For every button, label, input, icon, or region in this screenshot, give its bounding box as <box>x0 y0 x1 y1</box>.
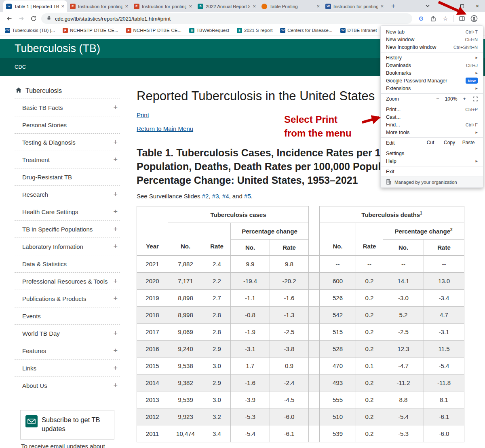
sidebar-item[interactable]: Drug-Resistant TB <box>15 168 120 186</box>
expand-plus-icon[interactable]: + <box>113 138 118 147</box>
back-icon[interactable] <box>3 13 15 24</box>
google-account-icon[interactable]: G <box>416 14 426 23</box>
menu-item-more-tools[interactable]: More tools▸ <box>381 128 483 136</box>
sidebar-item[interactable]: About Us + <box>15 377 120 394</box>
tab-annual-report[interactable]: S 2022 Annual Report Shar... × <box>195 0 259 12</box>
menu-item-settings[interactable]: Settings <box>381 149 483 157</box>
close-button[interactable]: × <box>470 0 485 12</box>
breadcrumb[interactable]: CDC <box>15 64 26 70</box>
bookmark-star-icon[interactable]: ☆ <box>441 14 450 23</box>
tab-table1[interactable]: CDC Table 1 | Reported TB in ... × <box>3 0 67 12</box>
bookmark-dtbe-intranet[interactable]: CDC DTBE Intranet <box>340 28 377 33</box>
tab-search-chevron-icon[interactable] <box>422 0 433 12</box>
menu-item-google-password-manager[interactable]: Google Password ManagerNew <box>381 77 483 84</box>
expand-plus-icon[interactable]: + <box>113 364 118 372</box>
bookmark-nchhstp-1[interactable]: P NCHHSTP-DTBE-CE... <box>63 28 118 33</box>
new-tab-button[interactable]: + <box>388 1 399 11</box>
slide-link-5[interactable]: #5 <box>244 193 251 200</box>
tab-instruction-3[interactable]: W Instruction-for-printing-... × <box>323 0 386 12</box>
expand-plus-icon[interactable]: + <box>113 103 118 112</box>
tab-table-printing[interactable]: Table Printing × <box>259 0 323 12</box>
column-header-deaths-pct-rate: Rate <box>424 240 464 256</box>
bookmark-2021-s-report[interactable]: S 2021 S-report <box>237 28 272 33</box>
expand-plus-icon[interactable]: + <box>113 277 118 286</box>
expand-plus-icon[interactable]: + <box>113 156 118 164</box>
maximize-button[interactable] <box>454 0 470 12</box>
profile-avatar-icon[interactable] <box>469 14 479 23</box>
share-icon[interactable] <box>428 14 438 23</box>
cell-gap <box>309 256 320 273</box>
sidebar-item[interactable]: Laboratory Information + <box>15 238 120 255</box>
tab-instruction-2[interactable]: P Instruction-for-printing-... × <box>131 0 195 12</box>
sidebar-item[interactable]: Links + <box>15 360 120 377</box>
slide-link-2[interactable]: #2 <box>202 193 209 200</box>
menu-item-print[interactable]: Print...Ctrl+P <box>381 105 483 113</box>
menu-item-extensions[interactable]: Extensions▸ <box>381 84 483 92</box>
menu-item-cast[interactable]: Cast... <box>381 113 483 121</box>
address-bar[interactable]: cdc.gov/tb/statistics/reports/2021/table… <box>41 13 412 24</box>
return-to-main-menu-link[interactable]: Return to Main Menu <box>137 125 193 132</box>
slide-link-3[interactable]: #3 <box>212 193 219 200</box>
tab-close-icon[interactable]: × <box>125 4 128 9</box>
subscribe-box[interactable]: Subscribe to get TB updates <box>20 410 114 440</box>
forward-icon[interactable] <box>15 13 27 24</box>
menu-item-help[interactable]: Help▸ <box>381 157 483 165</box>
table-gap-column <box>309 206 320 256</box>
bookmark-tbwebrequest[interactable]: S TBWebRequest <box>189 28 229 33</box>
zoom-in-button[interactable]: + <box>460 96 469 102</box>
tab-instruction-1[interactable]: P Instruction-for-printing-... × <box>67 0 131 12</box>
bookmark-tuberculosis[interactable]: CDC Tuberculosis (TB) |... <box>5 28 55 33</box>
print-link[interactable]: Print <box>137 111 149 118</box>
sidebar-item[interactable]: Testing & Diagnosis + <box>15 134 120 151</box>
sidebar-item[interactable]: Features + <box>15 342 120 360</box>
paste-button[interactable]: Paste <box>459 139 478 147</box>
tab-close-icon[interactable]: × <box>61 4 64 9</box>
menu-item-managed-by-organization[interactable]: Managed by your organization <box>381 177 483 187</box>
reload-icon[interactable] <box>27 13 40 24</box>
side-panel-icon[interactable] <box>457 14 467 23</box>
expand-plus-icon[interactable]: + <box>113 294 118 303</box>
sidebar-item[interactable]: Basic TB Facts + <box>15 99 120 116</box>
sidebar-item[interactable]: Data & Statistics <box>15 255 120 273</box>
expand-plus-icon[interactable]: + <box>113 347 118 355</box>
fullscreen-button[interactable] <box>473 97 478 101</box>
expand-plus-icon[interactable]: + <box>113 381 118 390</box>
tab-close-icon[interactable]: × <box>253 4 256 9</box>
sidebar-item[interactable]: Publications & Products + <box>15 290 120 307</box>
sidebar-item[interactable]: Treatment + <box>15 151 120 168</box>
menu-item-exit[interactable]: Exit <box>381 168 483 175</box>
sidebar-item[interactable]: Personal Stories <box>15 116 120 134</box>
tab-close-icon[interactable]: × <box>316 4 320 9</box>
cut-button[interactable]: Cut <box>421 139 440 147</box>
zoom-out-button[interactable]: − <box>433 96 442 102</box>
cell-deaths-rate: 0.1 <box>356 358 383 374</box>
copy-button[interactable]: Copy <box>440 139 459 147</box>
sidebar-item[interactable]: Research + <box>15 186 120 203</box>
menu-item-new-window[interactable]: New windowCtrl+N <box>381 36 483 43</box>
menu-item-history[interactable]: History▸ <box>381 54 483 61</box>
slide-link-4[interactable]: #4 <box>222 193 229 200</box>
sidebar-item[interactable]: Professional Resources & Tools + <box>15 273 120 290</box>
menu-item-bookmarks[interactable]: Bookmarks▸ <box>381 69 483 77</box>
sidebar-item-tuberculosis-home[interactable]: Tuberculosis <box>15 83 120 99</box>
expand-plus-icon[interactable]: + <box>113 329 118 338</box>
sidebar-item[interactable]: Events <box>15 307 120 325</box>
chrome-menu-icon[interactable]: ⋮ <box>481 14 485 23</box>
expand-plus-icon[interactable]: + <box>113 225 118 233</box>
sidebar-item[interactable]: TB in Specific Populations + <box>15 221 120 238</box>
expand-plus-icon[interactable]: + <box>113 242 118 251</box>
sidebar-item[interactable]: Health Care Settings + <box>15 203 120 221</box>
menu-item-find[interactable]: Find...Ctrl+F <box>381 121 483 128</box>
cell-cases-rate: 2.4 <box>203 256 231 273</box>
sidebar-item[interactable]: World TB Day + <box>15 325 120 342</box>
bookmark-cdc[interactable]: CDC Centers for Disease... <box>280 28 332 33</box>
menu-item-new-incognito-window[interactable]: New Incognito windowCtrl+Shift+N <box>381 43 483 51</box>
expand-plus-icon[interactable]: + <box>113 190 118 199</box>
menu-item-downloads[interactable]: DownloadsCtrl+J <box>381 61 483 69</box>
tab-close-icon[interactable]: × <box>380 4 384 9</box>
bookmark-nchhstp-2[interactable]: P NCHHSTP-DTBE-CE... <box>126 28 181 33</box>
expand-plus-icon[interactable]: + <box>113 208 118 216</box>
tab-close-icon[interactable]: × <box>189 4 192 9</box>
menu-item-new-tab[interactable]: New tabCtrl+T <box>381 28 483 36</box>
minimize-button[interactable] <box>439 0 454 12</box>
